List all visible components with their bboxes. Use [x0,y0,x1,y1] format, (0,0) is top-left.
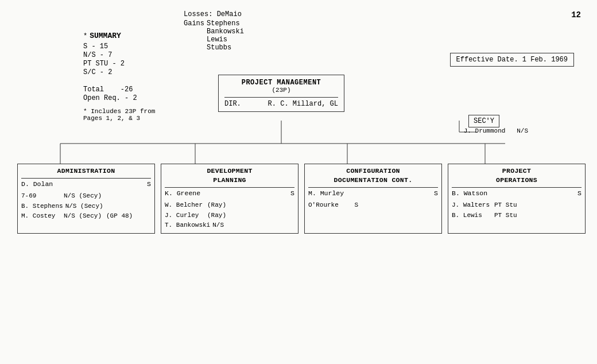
summary-asterisk: * [83,32,87,40]
project-ops-box: PROJECTOPERATIONS B. Watson S J. Walters… [448,164,586,234]
list-item: B. Lewis PT Stu [452,211,582,221]
config-doc-title: CONFIGURATIONDOCUMENTATION CONT. [308,166,438,185]
admin-head-name: D. Dolan [21,180,53,188]
pm-dir-line: DIR. R. C. Millard, GL [224,97,338,108]
pm-dir-name: R. C. Millard, GL [268,100,338,108]
config-doc-head: M. Murley S [308,187,438,197]
secy-label: J. Drummond N/S [464,127,528,134]
gains-block: Gains Stephens Bankowski Lewis Stubbs [184,20,244,52]
gains-label: Gains [184,20,204,52]
department-boxes: ADMINISTRATION D. Dolan S 7-69 N/S (Secy… [17,164,586,234]
list-item: W. Belcher (Ray) [165,200,294,211]
config-doc-staff: O'Rourke S [308,200,438,211]
config-doc-head-name: M. Murley [308,189,344,197]
losses-gains-section: Losses: DeMaio Gains Stephens Bankowski … [184,10,244,52]
list-item: O'Rourke S [308,200,438,211]
dev-planning-title: DEVELOPMENTPLANNING [165,166,294,185]
config-doc-box: CONFIGURATIONDOCUMENTATION CONT. M. Murl… [304,164,442,234]
pm-box: PROJECT MANAGEMENT (23P) DIR. R. C. Mill… [218,75,344,112]
project-ops-head-status: S [577,189,582,197]
pm-title: PROJECT MANAGEMENT [224,79,338,87]
dev-planning-head-status: S [290,189,294,197]
list-item: B. Stephens N/S (Secy) [21,202,151,212]
losses-name: DeMaio [217,10,242,18]
summary-title: SUMMARY [90,32,121,40]
list-item: J. Walters PT Stu [452,200,582,211]
list-item: M. Costey N/S (Secy) (GP 48) [21,211,151,222]
dev-planning-head-name: K. Greene [165,189,200,197]
page-number: 12 [571,10,581,20]
dev-planning-box: DEVELOPMENTPLANNING K. Greene S W. Belch… [161,164,298,234]
project-ops-staff: J. Walters PT Stu B. Lewis PT Stu [452,200,582,220]
project-ops-head-name: B. Watson [452,189,487,197]
losses-label: Losses: [184,10,212,18]
admin-title: ADMINISTRATION [21,166,151,176]
list-item: T. Bankowski N/S [165,220,294,231]
gains-names: Stephens Bankowski Lewis Stubbs [207,20,244,52]
pm-subtitle: (23P) [224,87,338,94]
list-item: J. Curley (Ray) [165,211,294,221]
admin-box: ADMINISTRATION D. Dolan S 7-69 N/S (Secy… [17,164,155,234]
admin-head: D. Dolan S [21,178,151,188]
project-ops-title: PROJECTOPERATIONS [452,166,582,185]
list-item: 7-69 N/S (Secy) [21,191,151,202]
dev-planning-staff: W. Belcher (Ray) J. Curley (Ray) T. Bank… [165,200,294,231]
losses-line: Losses: DeMaio [184,10,244,18]
pm-dir-label: DIR. [224,100,241,108]
dev-planning-head: K. Greene S [165,187,294,197]
org-chart: PROJECT MANAGEMENT (23P) DIR. R. C. Mill… [0,57,597,353]
secy-box: SEC'Y [468,115,499,127]
summary-row-s: S - 15 [83,42,155,51]
admin-staff: 7-69 N/S (Secy) B. Stephens N/S (Secy) M… [21,191,151,222]
project-ops-head: B. Watson S [452,187,582,197]
admin-head-status: S [147,180,151,188]
config-doc-head-status: S [434,189,438,197]
